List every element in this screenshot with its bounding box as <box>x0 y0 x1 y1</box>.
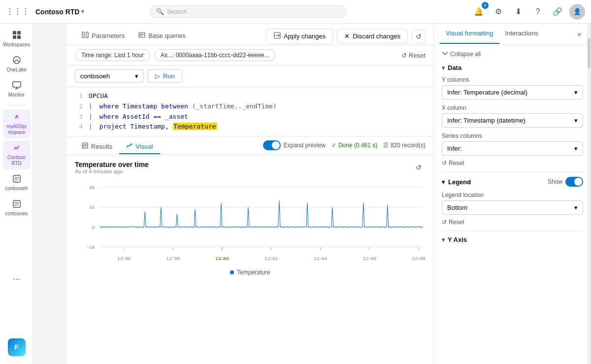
search-icon: 🔍 <box>156 8 164 15</box>
apply-icon <box>274 32 281 40</box>
share-button[interactable]: 🔗 <box>550 4 565 20</box>
chart-area: Temperature over time As of 4 minutes ag… <box>67 155 433 364</box>
legend-show-label: Show <box>548 178 562 185</box>
legend-dot <box>230 270 234 274</box>
kw-where: where <box>99 102 119 110</box>
sidebar-item-onelake[interactable]: OneLake <box>3 53 31 76</box>
download-icon: ⬇ <box>515 7 522 16</box>
time-range-filter[interactable]: Time range: Last 1 hour <box>75 49 150 61</box>
legend-reset-icon: ↺ <box>442 219 447 226</box>
grid-icon[interactable]: ⋮⋮⋮ <box>6 7 30 16</box>
sidebar-label-contosoes: contosoes <box>5 211 28 217</box>
legend-location-value: Bottom <box>447 204 467 211</box>
run-button[interactable]: ▷ Run <box>148 69 182 83</box>
sidebar-item-myaioqs[interactable]: myAIOqs rkspace <box>3 109 31 138</box>
discard-icon: ✕ <box>344 33 350 40</box>
scrollbar-track[interactable] <box>587 24 591 364</box>
app-name[interactable]: Contoso RTD ▾ <box>35 8 84 16</box>
tab-interactions[interactable]: Interactions <box>499 24 544 44</box>
legend-collapse-button[interactable]: ▾ Legend <box>442 178 471 186</box>
data-section-header[interactable]: ▾ Data <box>442 64 583 71</box>
sidebar-item-contosortd[interactable]: Contoso RTD <box>3 140 31 169</box>
action-bar-right: Apply changes ✕ Discard changes ↺ <box>266 29 426 44</box>
visual-icon <box>126 142 132 150</box>
legend-show-toggle[interactable]: Show <box>548 177 583 187</box>
legend-reset-label: Reset <box>449 219 464 226</box>
refresh-button[interactable]: ↺ <box>412 30 426 43</box>
status-done: ✓ Done (0.461 s) <box>331 142 377 149</box>
legend-location-chevron-icon: ▾ <box>574 204 578 211</box>
svg-text:12:40: 12:40 <box>215 256 229 261</box>
expand-preview-toggle[interactable]: Expand preview <box>263 140 326 150</box>
y-columns-label: Y columns <box>442 76 583 83</box>
code-where-3: where AssetId == _asset <box>99 112 188 122</box>
apply-changes-button[interactable]: Apply changes <box>266 29 333 44</box>
tab-visual-formatting[interactable]: Visual formatting <box>440 24 499 44</box>
refresh-icon: ↺ <box>416 33 422 40</box>
series-columns-dropdown[interactable]: Infer: ▾ <box>442 141 583 156</box>
chart-title: Temperature over time <box>75 161 149 168</box>
tab-parameters-label: Parameters <box>92 32 125 39</box>
sidebar-more-button[interactable]: ... <box>13 272 20 286</box>
chart-refresh-icon: ↺ <box>416 164 422 171</box>
visual-formatting-label: Visual formatting <box>446 30 493 37</box>
run-label: Run <box>163 72 175 80</box>
sidebar-item-workspaces[interactable]: Workspaces <box>3 28 31 51</box>
tab-parameters[interactable]: Parameters <box>75 28 131 45</box>
gear-icon: ⚙ <box>495 7 502 16</box>
y-columns-dropdown[interactable]: Infer: Temperature (decimal) ▾ <box>442 85 583 99</box>
contosoes-icon <box>12 199 21 210</box>
x-column-dropdown[interactable]: Infer: Timestamp (datetime) ▾ <box>442 113 583 128</box>
tab-results[interactable]: Results <box>75 139 119 154</box>
fabric-button[interactable]: F <box>8 338 26 356</box>
series-columns-label: Series columns <box>442 132 583 139</box>
query-area: contosoeh ▾ ▷ Run <box>67 66 433 87</box>
legend-reset-button[interactable]: ↺ Reset <box>442 219 583 226</box>
reset-button[interactable]: ↺ Reset <box>401 52 426 59</box>
code-editor[interactable]: 1 OPCUA 2 | where Timestamp between (_st… <box>67 87 433 136</box>
section-divider-2 <box>442 231 583 231</box>
line-num-4: 4 <box>75 122 83 132</box>
main-wrapper: Parameters Base queries Apply changes ✕ <box>67 24 591 364</box>
svg-text:12:36: 12:36 <box>117 256 131 261</box>
bell-button[interactable]: 🔔 6 <box>471 4 487 20</box>
gear-button[interactable]: ⚙ <box>491 4 506 20</box>
scrollbar-thumb[interactable] <box>588 38 591 68</box>
code-where-2: where Timestamp between (_startTime.._en… <box>99 101 277 112</box>
y-axis-section-header[interactable]: ▾ Y Axis <box>442 236 583 243</box>
legend-location-dropdown[interactable]: Bottom ▾ <box>442 200 583 215</box>
x-column-chevron-icon: ▾ <box>574 117 578 124</box>
sidebar-item-contosoeh[interactable]: contosoeh <box>3 171 31 195</box>
tab-visual-label: Visual <box>135 143 153 150</box>
sidebar-item-monitor[interactable]: Monitor <box>3 78 31 101</box>
search-bar[interactable]: 🔍 Search <box>150 5 347 18</box>
database-name: contosoeh <box>80 72 110 80</box>
expand-toggle[interactable] <box>263 140 281 150</box>
result-tab-right: Expand preview ✓ Done (0.461 s) ☰ 820 re… <box>263 140 426 153</box>
discard-changes-button[interactable]: ✕ Discard changes <box>337 29 408 43</box>
status-text: Done (0.461 s) <box>338 142 377 149</box>
asset-filter[interactable]: As...: 0000aaaa-11bb-cccc-dd22-eeeee... <box>154 49 276 61</box>
data-reset-label: Reset <box>449 160 464 166</box>
help-button[interactable]: ? <box>530 4 546 20</box>
user-avatar[interactable]: 👤 <box>569 4 585 20</box>
results-icon <box>82 142 88 150</box>
tab-base-queries[interactable]: Base queries <box>131 28 193 45</box>
database-selector[interactable]: contosoeh ▾ <box>75 69 144 83</box>
app-chevron-icon: ▾ <box>81 8 84 15</box>
db-chevron-icon: ▾ <box>135 72 138 80</box>
chart-refresh-button[interactable]: ↺ <box>412 161 426 174</box>
kw-asset-var: _asset <box>165 113 188 120</box>
contosortd-icon <box>12 143 21 154</box>
collapse-all-button[interactable]: Collapse all <box>442 50 583 58</box>
collapse-icon <box>442 50 448 58</box>
kw-timestamp: Timestamp <box>123 102 161 110</box>
sidebar-item-contosoes[interactable]: contosoes <box>3 197 31 220</box>
tab-visual[interactable]: Visual <box>119 139 160 154</box>
download-button[interactable]: ⬇ <box>510 4 526 20</box>
svg-text:1k: 1k <box>89 204 96 210</box>
data-reset-button[interactable]: ↺ Reset <box>442 160 583 166</box>
legend-toggle[interactable] <box>565 177 583 187</box>
expand-panel-button[interactable]: » <box>573 26 585 42</box>
svg-text:-1k: -1k <box>87 244 95 250</box>
